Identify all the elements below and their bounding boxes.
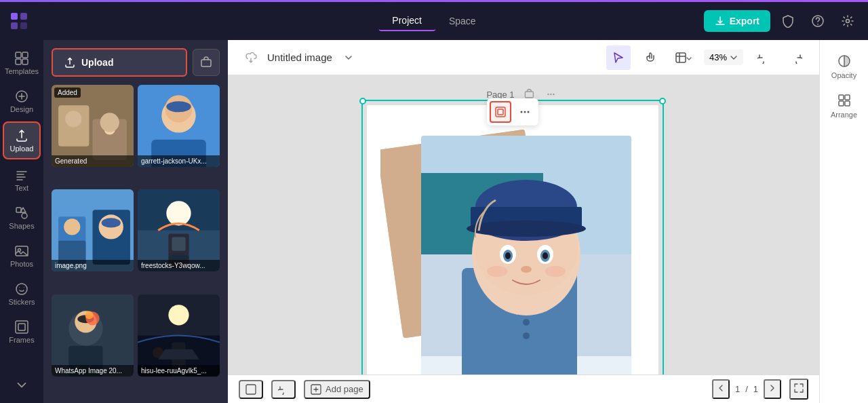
sidebar-item-shapes[interactable]: Shapes	[3, 200, 41, 235]
media-item-image-png[interactable]: image.png	[52, 189, 134, 271]
svg-point-52	[168, 305, 189, 325]
sidebar-item-stickers[interactable]: Stickers	[3, 276, 41, 311]
crop-btn[interactable]	[490, 101, 511, 123]
undo-btn[interactable]	[751, 45, 776, 70]
redo-btn[interactable]	[784, 45, 808, 70]
canvas-image[interactable]	[380, 119, 645, 375]
tab-space[interactable]: Space	[435, 12, 490, 31]
top-bar: Project Space Export	[0, 2, 868, 40]
svg-rect-8	[16, 59, 21, 64]
page-nav: 1 / 1	[712, 379, 781, 399]
generated-label: Generated	[52, 155, 134, 167]
svg-rect-61	[498, 109, 503, 115]
zoom-selector[interactable]: 43%	[704, 50, 743, 65]
arrange-panel-btn[interactable]: Arrange	[824, 88, 865, 124]
arrange-label: Arrange	[831, 111, 857, 119]
svg-rect-60	[496, 107, 505, 117]
upload-secondary-button[interactable]	[193, 49, 220, 76]
tab-bar: Project Space	[378, 11, 489, 31]
frames-label: Frames	[9, 336, 34, 344]
svg-rect-91	[246, 385, 256, 394]
sidebar-item-design[interactable]: Design	[3, 83, 41, 119]
sidebar-item-text[interactable]: Text	[3, 162, 41, 197]
add-page-label: Add page	[326, 384, 363, 394]
zoom-value: 43%	[709, 52, 727, 62]
next-page-btn[interactable]	[764, 379, 781, 399]
svg-point-49	[85, 311, 93, 319]
svg-point-5	[846, 20, 850, 23]
svg-point-29	[166, 101, 191, 112]
handle-top-left[interactable]	[359, 98, 366, 104]
sidebar-more-btn[interactable]	[3, 372, 41, 398]
svg-point-89	[523, 319, 530, 326]
svg-rect-56	[526, 92, 534, 98]
templates-label: Templates	[5, 67, 39, 75]
sidebar-item-templates[interactable]: Templates	[3, 45, 41, 81]
svg-point-57	[547, 94, 549, 95]
svg-point-62	[521, 111, 523, 113]
opacity-panel-btn[interactable]: Opacity	[824, 48, 865, 85]
prev-page-btn[interactable]	[712, 379, 730, 399]
sidebar-item-frames[interactable]: Frames	[3, 314, 41, 349]
left-panel: Upload Added Generated	[43, 40, 228, 403]
canvas-frame[interactable]: ↻	[367, 105, 658, 375]
svg-rect-6	[16, 52, 21, 58]
svg-point-21	[65, 111, 81, 127]
fullscreen-btn[interactable]	[789, 379, 808, 400]
svg-rect-96	[839, 101, 844, 106]
select-tool-btn[interactable]	[606, 45, 631, 70]
media-item-added[interactable]: Added Generated	[52, 85, 134, 167]
canvas-float-toolbar	[487, 98, 538, 126]
text-label: Text	[15, 184, 28, 192]
tab-project[interactable]: Project	[378, 11, 435, 31]
sidebar-item-photos[interactable]: Photos	[3, 238, 41, 273]
svg-point-85	[542, 252, 548, 259]
right-panel: Opacity Arrange	[819, 40, 868, 403]
added-badge: Added	[54, 88, 81, 98]
page-more-btn[interactable]	[542, 85, 561, 104]
more-options-float-btn[interactable]	[514, 101, 536, 123]
add-page-btn[interactable]: Add page	[304, 380, 370, 399]
svg-rect-97	[845, 101, 850, 106]
svg-rect-95	[845, 95, 850, 100]
upload-button[interactable]: Upload	[52, 48, 187, 77]
app-logo[interactable]	[8, 10, 30, 32]
svg-point-63	[524, 111, 526, 113]
shield-icon-btn[interactable]	[776, 9, 800, 33]
svg-point-87	[487, 266, 507, 277]
svg-point-32	[64, 219, 80, 235]
title-dropdown-btn[interactable]	[336, 45, 361, 70]
media-item-garrett[interactable]: garrett-jackson-UKx...	[138, 85, 220, 167]
cloud-save-icon-btn[interactable]	[239, 45, 263, 70]
settings-icon-btn[interactable]	[835, 9, 860, 33]
sidebar-item-upload[interactable]: Upload	[3, 121, 41, 159]
svg-rect-17	[18, 324, 25, 330]
media-item-whatsapp[interactable]: WhatsApp Image 20...	[52, 294, 134, 377]
frame-tool-btn[interactable]	[671, 45, 696, 70]
page-number: 1	[735, 384, 740, 394]
hisu-label: hisu-lee-ruuAgvlk5_...	[138, 365, 220, 377]
photos-label: Photos	[10, 260, 33, 268]
hand-tool-btn[interactable]	[639, 45, 663, 70]
media-item-hisu[interactable]: hisu-lee-ruuAgvlk5_...	[138, 294, 220, 377]
help-icon-btn[interactable]	[806, 9, 830, 33]
stickers-label: Stickers	[8, 298, 35, 306]
svg-point-59	[553, 94, 554, 95]
svg-rect-16	[16, 321, 28, 333]
handle-top-right[interactable]	[659, 98, 666, 104]
main-layout: Templates Design Upload Text Shapes Phot…	[0, 40, 868, 403]
svg-rect-18	[201, 60, 211, 66]
sidebar-icons: Templates Design Upload Text Shapes Phot…	[0, 40, 43, 403]
undo-bottom-btn[interactable]	[271, 380, 296, 399]
svg-rect-9	[22, 59, 28, 64]
canvas-title-area: Untitled image	[239, 45, 361, 70]
media-grid: Added Generated garrett-jackson-UKx...	[43, 85, 228, 403]
svg-point-64	[528, 111, 530, 113]
expand-btn[interactable]	[239, 380, 263, 399]
canvas-area: Untitled image 43%	[228, 40, 819, 403]
svg-rect-7	[22, 52, 28, 58]
media-item-freestocks[interactable]: freestocks-Y3wqow...	[138, 189, 220, 271]
export-button[interactable]: Export	[704, 10, 770, 32]
canvas-workspace[interactable]: Page 1	[228, 75, 819, 375]
svg-point-84	[505, 252, 511, 259]
